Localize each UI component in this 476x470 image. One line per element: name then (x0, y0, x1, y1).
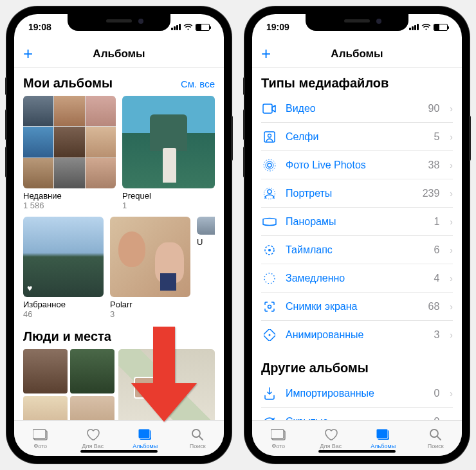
see-all-link[interactable]: См. все (181, 78, 215, 89)
screen-left: 19:08 + Альбомы Мои альбомы См. все (14, 14, 224, 456)
foryou-icon (323, 428, 338, 442)
svg-point-11 (266, 161, 273, 169)
svg-point-9 (268, 134, 271, 137)
places-album[interactable] (118, 349, 215, 420)
photos-icon (271, 428, 286, 442)
section-people-places-title: Люди и места (23, 329, 111, 344)
slomo-icon (261, 272, 278, 285)
album-favorites[interactable]: ♥ Избранное 46 (23, 217, 104, 319)
chevron-right-icon: › (450, 188, 453, 199)
chevron-right-icon: › (450, 104, 453, 114)
album-recents[interactable]: Недавние 1 586 (23, 96, 116, 210)
tab-label: Фото (271, 443, 285, 449)
svg-point-17 (264, 273, 275, 284)
portrait-icon (261, 188, 278, 199)
media-row-slomo[interactable]: Замедленно4› (261, 264, 453, 293)
media-row-pano[interactable]: Панорамы1› (261, 208, 453, 236)
tab-label: Альбомы (371, 443, 396, 449)
heart-icon: ♥ (27, 283, 32, 293)
svg-rect-7 (263, 104, 272, 113)
tab-label: Альбомы (133, 443, 158, 449)
screen-right: 19:09 + Альбомы Типы медиафайлов Видео90… (252, 14, 462, 456)
media-row-portrait[interactable]: Портреты239› (261, 179, 453, 208)
list-count: 4 (434, 273, 439, 284)
svg-point-18 (268, 305, 271, 308)
list-count: 68 (428, 301, 440, 312)
other-row-hidden[interactable]: Скрытые0› (261, 408, 453, 420)
list-label: Импортированные (286, 388, 426, 399)
media-row-live[interactable]: Фото Live Photos38› (261, 151, 453, 179)
album-polarr[interactable]: Polarr 3 (110, 217, 190, 319)
tab-photos[interactable]: Фото (252, 420, 305, 456)
list-count: 5 (434, 131, 439, 143)
tab-search[interactable]: Поиск (172, 420, 224, 456)
svg-rect-3 (138, 429, 150, 438)
other-row-import[interactable]: Импортированные0› (261, 379, 453, 408)
nav-title: Альбомы (93, 48, 145, 60)
notch (68, 14, 170, 31)
svg-point-10 (268, 163, 271, 167)
svg-line-27 (437, 437, 441, 440)
list-label: Селфи (286, 131, 426, 143)
media-row-animated[interactable]: Анимированные3› (261, 321, 453, 349)
wifi-icon (421, 24, 431, 31)
section-media-types-title: Типы медиафайлов (261, 76, 453, 91)
tab-label: Для Вас (320, 443, 342, 449)
media-row-screenshot[interactable]: Снимки экрана68› (261, 293, 453, 321)
media-row-timelapse[interactable]: Таймлапс6› (261, 236, 453, 264)
album-count: 46 (23, 309, 104, 319)
chevron-right-icon: › (450, 132, 453, 142)
album-partial[interactable]: U (197, 217, 215, 319)
album-label: Избранное (23, 300, 104, 309)
chevron-right-icon: › (450, 273, 453, 284)
media-row-video[interactable]: Видео90› (261, 95, 453, 123)
animated-icon (261, 329, 278, 341)
list-count: 0 (434, 388, 439, 399)
search-icon (190, 428, 205, 442)
svg-rect-25 (376, 429, 388, 438)
list-count: 3 (434, 329, 439, 341)
status-time: 19:08 (28, 22, 51, 32)
home-indicator[interactable] (318, 450, 396, 453)
battery-icon (196, 24, 210, 31)
svg-point-16 (268, 249, 271, 251)
list-label: Фото Live Photos (286, 159, 421, 171)
album-prequel[interactable]: Prequel 1 (122, 96, 215, 210)
svg-rect-1 (33, 429, 46, 438)
list-label: Панорамы (286, 216, 426, 228)
list-label: Портреты (286, 188, 415, 199)
add-button[interactable]: + (23, 44, 33, 64)
tab-search[interactable]: Поиск (410, 420, 462, 456)
svg-point-26 (430, 429, 438, 437)
cellular-icon (171, 24, 181, 30)
people-album[interactable] (23, 349, 114, 420)
album-label: Polarr (110, 300, 190, 309)
selfie-icon (261, 131, 278, 143)
media-row-selfie[interactable]: Селфи5› (261, 123, 453, 151)
svg-rect-23 (271, 429, 284, 438)
tab-label: Фото (33, 443, 47, 449)
album-count: 3 (110, 309, 190, 319)
album-count: 1 586 (23, 201, 116, 210)
chevron-right-icon: › (450, 217, 453, 227)
chevron-right-icon: › (450, 302, 453, 312)
timelapse-icon (261, 244, 278, 257)
tab-photos[interactable]: Фото (14, 420, 67, 456)
nav-title: Альбомы (331, 48, 383, 60)
wifi-icon (183, 24, 193, 31)
battery-icon (434, 24, 448, 31)
content-right[interactable]: Типы медиафайлов Видео90›Селфи5›Фото Liv… (252, 68, 462, 420)
notch (306, 14, 408, 31)
list-count: 38 (428, 159, 440, 171)
list-count: 6 (434, 244, 439, 256)
album-label: Недавние (23, 191, 116, 201)
add-button[interactable]: + (261, 44, 271, 64)
tab-label: Поиск (190, 443, 206, 449)
phone-right: 19:09 + Альбомы Типы медиафайлов Видео90… (244, 6, 470, 464)
list-label: Замедленно (286, 273, 426, 284)
svg-point-13 (268, 190, 271, 194)
content-left[interactable]: Мои альбомы См. все Недавние 1 586 (14, 68, 224, 420)
list-label: Анимированные (286, 329, 426, 341)
album-label: Prequel (122, 191, 215, 201)
home-indicator[interactable] (80, 450, 158, 453)
